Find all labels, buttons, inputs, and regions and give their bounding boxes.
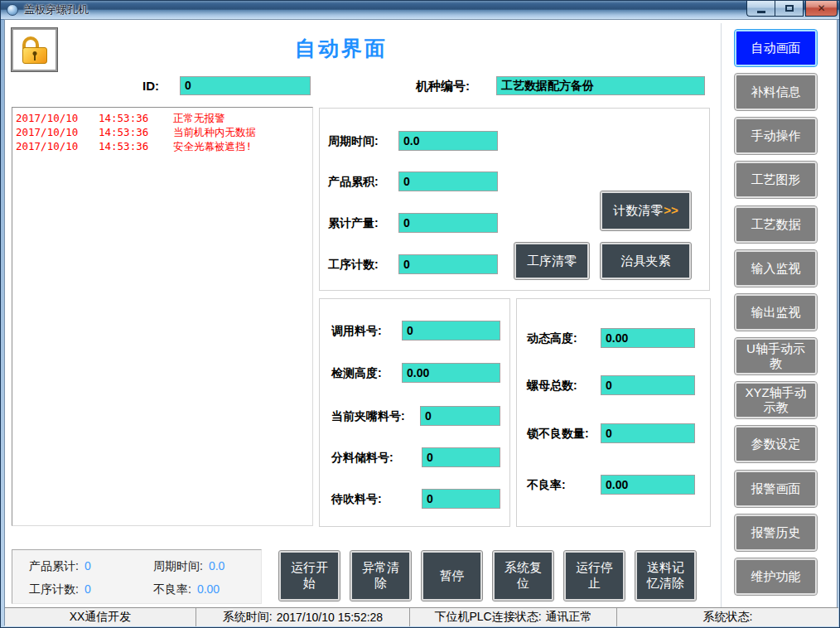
nav-label: 参数设定 — [751, 437, 801, 452]
nav-process-graphic[interactable]: 工艺图形 — [735, 162, 817, 198]
lock-defect-label: 锁不良数量: — [527, 423, 589, 443]
nut-total-field[interactable]: 0 — [601, 375, 695, 395]
nav-manual-operation[interactable]: 手动操作 — [735, 118, 817, 154]
run-stop-button[interactable]: 运行停止 — [564, 551, 625, 601]
nav-parameter-setting[interactable]: 参数设定 — [735, 426, 817, 462]
status-developer: XX通信开发 — [5, 608, 196, 626]
error-clear-button[interactable]: 异常清除 — [350, 551, 411, 601]
count-clear-label: 计数清零 — [613, 203, 663, 219]
cycle-time-field[interactable]: 0.0 — [398, 131, 498, 151]
lock-defect-field[interactable]: 0 — [601, 423, 695, 443]
alarm-log-row: 2017/10/10 14:53:36 安全光幕被遮挡! — [16, 139, 312, 153]
page-title: 自动界面 — [242, 35, 441, 62]
detect-height-field[interactable]: 0.00 — [402, 363, 500, 383]
titlebar: 盖板穿螺孔机 ✕ — [1, 1, 839, 19]
app-window: 盖板穿螺孔机 ✕ 自动界面 ID: 0 机种编号: 工艺数据配方备份 2017/… — [0, 0, 840, 628]
close-button[interactable]: ✕ — [805, 1, 838, 17]
model-number-field[interactable]: 工艺数据配方备份 — [496, 76, 705, 95]
process-clear-label: 工序清零 — [527, 254, 577, 269]
nav-process-data[interactable]: 工艺数据 — [735, 206, 817, 243]
run-start-label: 运行开始 — [287, 560, 331, 592]
log-time: 14:53:36 — [99, 139, 173, 153]
total-output-label: 累计产量: — [328, 213, 379, 233]
blow-material-field[interactable]: 0 — [422, 489, 500, 509]
nav-label: 输出监视 — [751, 305, 801, 320]
alarm-log-row: 2017/10/10 14:53:36 当前机种内无数据 — [16, 125, 312, 139]
minimize-button[interactable] — [746, 1, 775, 17]
nav-label: 自动画面 — [751, 41, 801, 56]
id-label: ID: — [142, 76, 159, 95]
summary-pair: 不良率:0.00 — [153, 582, 220, 597]
nav-output-monitor[interactable]: 输出监视 — [735, 294, 817, 331]
counters-panel: 周期时间: 0.0 产品累积: 0 累计产量: 0 工序计数: 0 计数清零>>… — [319, 108, 710, 291]
storage-material-field[interactable]: 0 — [422, 447, 500, 467]
nav-maintenance[interactable]: 维护功能 — [735, 558, 817, 595]
log-date: 2017/10/10 — [16, 125, 99, 139]
defect-rate-field[interactable]: 0.00 — [601, 475, 695, 495]
process-count-label: 工序计数: — [328, 254, 379, 274]
pause-label: 暂停 — [440, 568, 465, 584]
summary-process-label: 工序计数: — [29, 582, 79, 596]
blow-material-label: 待吹料号: — [331, 489, 382, 509]
nav-alarm-screen[interactable]: 报警画面 — [735, 471, 817, 507]
alarm-log-row: 2017/10/10 14:53:36 正常无报警 — [16, 111, 312, 125]
call-material-label: 调用料号: — [331, 321, 382, 341]
nav-input-monitor[interactable]: 输入监视 — [735, 250, 817, 287]
feed-memory-clear-button[interactable]: 送料记忆清除 — [635, 551, 696, 601]
alarm-log-list[interactable]: 2017/10/10 14:53:36 正常无报警 2017/10/10 14:… — [12, 107, 313, 526]
total-output-field[interactable]: 0 — [398, 213, 498, 233]
product-accum-label: 产品累积: — [328, 171, 379, 191]
summary-process-value: 0 — [84, 582, 91, 596]
maximize-button[interactable] — [775, 1, 804, 17]
nav-label: 工艺数据 — [751, 217, 801, 232]
summary-pair: 产品累计:0 — [29, 558, 91, 574]
window-controls: ✕ — [746, 1, 838, 17]
client-area: 自动界面 ID: 0 机种编号: 工艺数据配方备份 2017/10/10 14:… — [4, 19, 838, 626]
nav-xyz-axis-teach[interactable]: XYZ轴手动示教 — [735, 382, 817, 418]
feed-memory-clear-label: 送料记忆清除 — [642, 560, 689, 592]
log-message: 正常无报警 — [173, 111, 225, 125]
fixture-clamp-button[interactable]: 治具夹紧 — [601, 243, 691, 279]
nav-label: U轴手动示教 — [745, 341, 807, 371]
summary-product-value: 0 — [84, 559, 91, 572]
count-clear-button[interactable]: 计数清零>> — [601, 191, 691, 230]
summary-product-label: 产品累计: — [29, 559, 79, 572]
log-date: 2017/10/10 — [16, 139, 99, 153]
system-time-label: 系统时间: — [223, 610, 273, 625]
window-title: 盖板穿螺孔机 — [24, 2, 89, 17]
nav-alarm-history[interactable]: 报警历史 — [735, 514, 817, 551]
nav-auto-screen[interactable]: 自动画面 — [735, 30, 817, 66]
dynamic-height-field[interactable]: 0.00 — [601, 328, 695, 348]
run-stop-label: 运行停止 — [572, 560, 616, 592]
dynamic-height-label: 动态高度: — [527, 328, 577, 348]
product-accum-field[interactable]: 0 — [398, 171, 498, 191]
process-count-field[interactable]: 0 — [398, 254, 498, 274]
nav-label: 输入监视 — [751, 261, 801, 276]
nut-total-label: 螺母总数: — [527, 375, 577, 395]
log-message: 当前机种内无数据 — [173, 125, 256, 139]
id-field[interactable]: 0 — [180, 76, 311, 95]
current-nozzle-field[interactable]: 0 — [420, 406, 500, 426]
nav-u-axis-teach[interactable]: U轴手动示教 — [735, 338, 817, 374]
nav-refill-info[interactable]: 补料信息 — [735, 74, 817, 110]
nav-label: 报警画面 — [751, 481, 801, 496]
plc-status-value: 通讯正常 — [546, 610, 592, 625]
status-system-state: 系统状态: — [617, 608, 838, 626]
run-start-button[interactable]: 运行开始 — [279, 551, 340, 601]
call-material-field[interactable]: 0 — [402, 321, 500, 341]
current-nozzle-label: 当前夹嘴料号: — [331, 406, 405, 426]
nav-label: 报警历史 — [751, 525, 801, 540]
summary-pair: 工序计数:0 — [29, 582, 91, 597]
close-icon: ✕ — [817, 3, 825, 13]
nav-label: 补料信息 — [751, 85, 801, 99]
summary-panel: 产品累计:0 周期时间:0.0 工序计数:0 不良率:0.00 — [12, 549, 262, 604]
maximize-icon — [785, 5, 794, 12]
process-clear-button[interactable]: 工序清零 — [514, 243, 589, 279]
nav-label: 工艺图形 — [751, 172, 801, 187]
system-reset-button[interactable]: 系统复位 — [493, 551, 553, 601]
lock-button[interactable] — [12, 28, 57, 71]
cycle-time-label: 周期时间: — [328, 131, 379, 151]
pause-button[interactable]: 暂停 — [422, 551, 482, 601]
model-number-label: 机种编号: — [416, 76, 470, 95]
system-state-label: 系统状态: — [703, 610, 753, 625]
